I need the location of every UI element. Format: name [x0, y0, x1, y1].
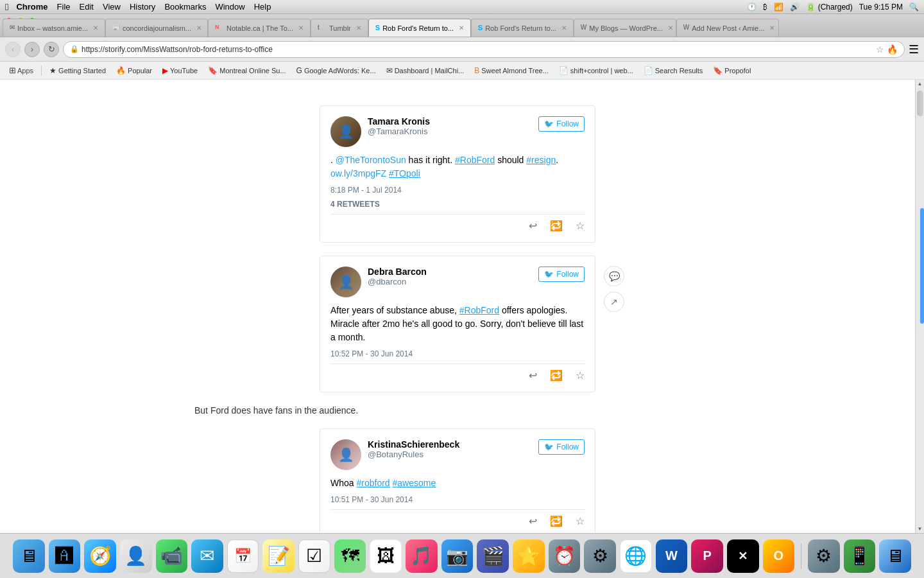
tab-gmail[interactable]: ✉ Inbox – watson.amie... ✕: [3, 19, 105, 37]
hashtag-robford-3[interactable]: #robford: [356, 478, 389, 488]
menu-edit[interactable]: Edit: [80, 2, 94, 12]
tab-wordpress[interactable]: W My Blogs — WordPre... ✕: [574, 19, 676, 37]
dock-phone[interactable]: 📱: [844, 539, 876, 573]
tab-close-storify1[interactable]: ✕: [459, 24, 464, 31]
scroll-down-button[interactable]: ▼: [916, 525, 924, 533]
reply-button-tamara[interactable]: ↩: [529, 220, 537, 232]
dock-time[interactable]: ⏰: [549, 539, 581, 573]
dock-calendar[interactable]: 📅: [227, 539, 259, 573]
hashtag-topoli[interactable]: #TOpoli: [389, 168, 420, 179]
tab-addpost[interactable]: W Add New Post ‹ Amie... ✕: [676, 19, 779, 37]
dock-imovie[interactable]: 🎬: [477, 539, 509, 573]
dock-reminders[interactable]: ☑: [298, 539, 330, 573]
menu-history[interactable]: History: [130, 2, 155, 12]
back-button[interactable]: ‹: [5, 42, 21, 57]
bookmark-youtube[interactable]: ▶ YouTube: [158, 65, 201, 76]
avatar-tamara: 👤: [330, 116, 361, 147]
forward-button[interactable]: ›: [24, 42, 40, 57]
retweet-button-debra[interactable]: 🔁: [550, 369, 563, 381]
dock-star[interactable]: ⭐: [513, 539, 545, 573]
bookmark-mailchimp[interactable]: ✉ Dashboard | MailChi...: [382, 65, 468, 76]
tab-storify-active[interactable]: S Rob Ford's Return to... ✕: [368, 19, 471, 37]
search-icon[interactable]: 🔍: [909, 3, 919, 12]
favorite-button-tamara[interactable]: ☆: [576, 220, 585, 232]
tab-close-notable[interactable]: ✕: [298, 24, 304, 31]
dock-chrome[interactable]: 🌐: [620, 539, 652, 573]
apple-logo-icon[interactable]: : [5, 1, 8, 12]
favorite-button-kristina[interactable]: ☆: [576, 515, 585, 527]
tab-tumblr[interactable]: t Tumblr ✕: [311, 19, 368, 37]
menu-view[interactable]: View: [103, 2, 121, 12]
dock-maps[interactable]: 🗺: [334, 539, 366, 573]
tab-close-gmail[interactable]: ✕: [93, 24, 98, 31]
mention-torontosun[interactable]: @TheTorontoSun: [336, 155, 406, 165]
tab-close-storify2[interactable]: ✕: [561, 24, 567, 31]
dock-finder[interactable]: 🖥: [13, 539, 45, 573]
dock-appstore[interactable]: 🅰: [49, 539, 81, 573]
follow-button-kristina[interactable]: 🐦 Follow: [538, 439, 585, 455]
bookmark-star-icon[interactable]: ☆: [876, 44, 884, 55]
dock-itunes[interactable]: 🎵: [406, 539, 438, 573]
bookmark-propofol[interactable]: 🔖 Propofol: [709, 65, 755, 76]
menu-file[interactable]: File: [57, 2, 71, 12]
share-side-button[interactable]: ↗: [604, 292, 624, 312]
hashtag-robford-2[interactable]: #RobFord: [459, 305, 499, 315]
bookmark-shift[interactable]: 📄 shift+control | web...: [555, 65, 637, 76]
follow-button-tamara[interactable]: 🐦 Follow: [538, 116, 585, 132]
dock-notes[interactable]: 📝: [262, 539, 295, 573]
dock-facetime[interactable]: 📹: [156, 539, 188, 573]
bookmark-label-almond: Sweet Almond Tree...: [481, 67, 549, 74]
dock-separator: [801, 543, 801, 569]
dock-settings[interactable]: ⚙: [808, 539, 840, 573]
twitter-bird-icon-2: 🐦: [544, 270, 554, 279]
dock-mail[interactable]: ✉: [191, 539, 223, 573]
favorite-button-debra[interactable]: ☆: [576, 369, 585, 381]
tab-close-concordia[interactable]: ✕: [196, 24, 201, 31]
tab-close-addpost[interactable]: ✕: [769, 24, 774, 31]
profile-icon[interactable]: ☰: [909, 42, 919, 57]
tab-close-tumblr[interactable]: ✕: [356, 24, 361, 31]
dock-pages[interactable]: P: [691, 539, 723, 573]
scrollbar-thumb[interactable]: [917, 91, 923, 116]
menu-help[interactable]: Help: [254, 2, 271, 12]
tab-storify2[interactable]: S Rob Ford's Return to... ✕: [471, 19, 574, 37]
bookmark-almond[interactable]: B Sweet Almond Tree...: [470, 65, 552, 76]
follow-button-debra[interactable]: 🐦 Follow: [538, 267, 585, 282]
dock-iphoto[interactable]: 📷: [441, 539, 474, 573]
bookmark-getting-started[interactable]: ★ Getting Started: [46, 65, 110, 76]
tab-favicon-gmail: ✉: [10, 24, 15, 33]
dock-desktop[interactable]: 🖥: [879, 539, 911, 573]
menu-window[interactable]: Window: [215, 2, 244, 12]
refresh-button[interactable]: ↻: [44, 42, 59, 57]
menu-bookmarks[interactable]: Bookmarks: [164, 2, 206, 12]
hashtag-awesome[interactable]: #awesome: [393, 478, 436, 488]
dock-photos[interactable]: 🖼: [370, 539, 402, 573]
bookmark-search[interactable]: 📄 Search Results: [640, 65, 707, 76]
tweet-url-1[interactable]: ow.ly/3mpgFZ: [330, 168, 386, 179]
reply-button-debra[interactable]: ↩: [529, 369, 537, 381]
dock-word[interactable]: W: [656, 539, 688, 573]
retweet-button-tamara[interactable]: 🔁: [550, 220, 563, 232]
tab-close-wordpress[interactable]: ✕: [668, 24, 673, 31]
hashtag-robford-1[interactable]: #RobFord: [455, 155, 495, 165]
tab-notable[interactable]: N Notable.ca | The To... ✕: [208, 19, 311, 37]
dock-safari[interactable]: 🧭: [84, 539, 116, 573]
apps-button[interactable]: ⊞ Apps: [5, 64, 37, 76]
reply-button-kristina[interactable]: ↩: [529, 515, 537, 527]
bookmark-montreal[interactable]: 🔖 Montreal Online Su...: [204, 65, 289, 76]
bookmark-popular[interactable]: 🔥 Popular: [112, 65, 156, 76]
retweet-button-kristina[interactable]: 🔁: [550, 515, 563, 527]
tab-concordia[interactable]: 📰 concordiajournalism... ✕: [105, 19, 208, 37]
dock-contacts[interactable]: 👤: [120, 539, 152, 573]
scrollbar-track[interactable]: ▲ ▼: [915, 80, 924, 533]
dock-o[interactable]: O: [763, 539, 795, 573]
scroll-up-button[interactable]: ▲: [916, 80, 924, 88]
hashtag-resign[interactable]: #resign: [526, 155, 556, 165]
dock-system-prefs[interactable]: ⚙: [584, 539, 616, 573]
page-area[interactable]: 👤 Tamara Kronis @TamaraKronis 🐦 Follow .…: [0, 80, 915, 533]
url-bar[interactable]: 🔒 https://storify.com/MissWattson/rob-fo…: [63, 41, 905, 58]
comment-side-button[interactable]: 💬: [604, 266, 624, 286]
menu-chrome[interactable]: Chrome: [16, 2, 47, 12]
bookmark-adwords[interactable]: G Google AdWords: Ke...: [293, 65, 380, 76]
dock-x[interactable]: ✕: [727, 539, 759, 573]
